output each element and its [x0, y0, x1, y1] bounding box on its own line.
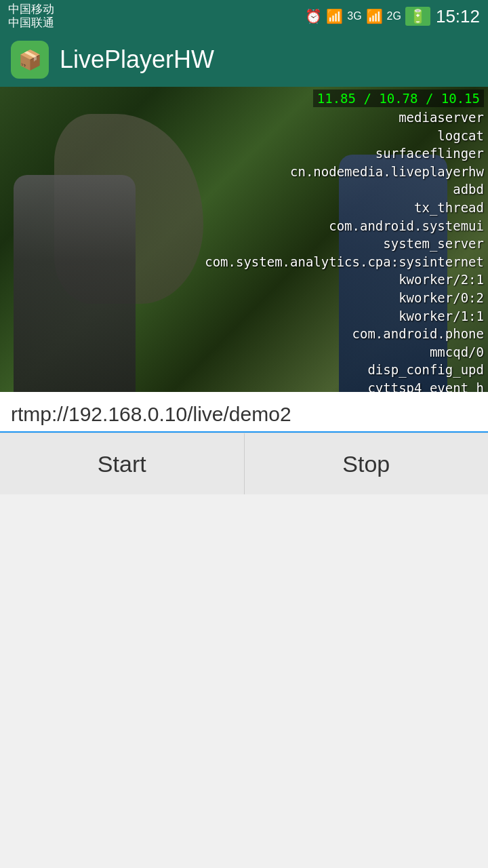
log-item: mediaserver [182, 108, 484, 127]
log-item: logcat [182, 127, 484, 145]
log-item: kworker/0:2 [182, 289, 484, 307]
network-3g-label: 3G [347, 10, 361, 22]
log-item: system_server [182, 235, 484, 253]
button-row: Start Stop [0, 433, 488, 494]
video-player: 11.85 / 10.78 / 10.15 mediaserverlogcats… [0, 87, 488, 392]
start-button[interactable]: Start [0, 433, 245, 494]
status-icons: ⏰ 📶 3G 📶 2G 🔋 [305, 7, 430, 26]
status-right: ⏰ 📶 3G 📶 2G 🔋 15:12 [305, 6, 480, 27]
perf-stats: 11.85 / 10.78 / 10.15 [313, 90, 484, 107]
log-item: com.android.systemui [182, 217, 484, 235]
carrier-info: 中国移动 中国联通 [8, 3, 54, 31]
log-item: cyttsp4_event_h [182, 379, 484, 392]
status-bar: 中国移动 中国联通 ⏰ 📶 3G 📶 2G 🔋 15:12 [0, 0, 488, 33]
carrier1-label: 中国移动 [8, 3, 54, 16]
clock-label: 15:12 [436, 6, 480, 27]
url-section [0, 392, 488, 433]
signal-icon: 📶 [366, 8, 383, 24]
log-item: mmcqd/0 [182, 343, 484, 361]
log-item: com.android.phone [182, 325, 484, 343]
video-figure-left [14, 175, 136, 392]
log-list: mediaserverlogcatsurfaceflingercn.nodeme… [182, 108, 484, 392]
url-input[interactable] [11, 403, 477, 426]
alarm-icon: ⏰ [305, 8, 322, 24]
app-bar: 📦 LivePlayerHW [0, 33, 488, 87]
stop-button[interactable]: Stop [245, 433, 489, 494]
log-item: kworker/2:1 [182, 271, 484, 289]
log-item: disp_config_upd [182, 361, 484, 379]
log-item: cn.nodemedia.liveplayerhw [182, 163, 484, 181]
network-2g-label: 2G [387, 10, 401, 22]
performance-overlay: 11.85 / 10.78 / 10.15 mediaserverlogcats… [178, 87, 488, 392]
log-item: tx_thread [182, 199, 484, 217]
log-item: kworker/1:1 [182, 307, 484, 326]
log-item: com.system.analytics.cpa:sysinternet [182, 253, 484, 271]
log-item: surfaceflinger [182, 144, 484, 163]
carrier2-label: 中国联通 [8, 16, 54, 30]
wifi-icon: 📶 [326, 8, 343, 24]
log-item: adbd [182, 180, 484, 199]
app-title: LivePlayerHW [60, 45, 214, 74]
app-icon: 📦 [11, 41, 49, 79]
battery-icon: 🔋 [405, 7, 430, 26]
bottom-area [0, 494, 488, 808]
app-icon-symbol: 📦 [18, 49, 42, 71]
